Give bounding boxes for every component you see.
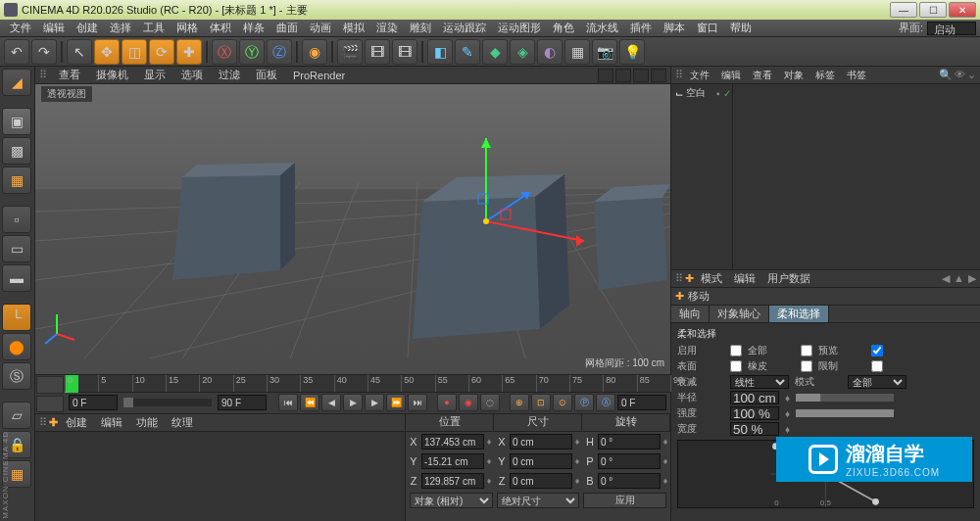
obj-edit-tab[interactable]: 编辑 xyxy=(716,69,746,82)
coord-apply-button[interactable]: 应用 xyxy=(583,493,666,508)
camera-button[interactable]: 📷 xyxy=(592,39,617,65)
obj-handle-icon[interactable]: ⠿ xyxy=(675,69,683,81)
attr-back-button[interactable]: ◀ xyxy=(942,272,950,285)
attr-userdata-tab[interactable]: 用户数据 xyxy=(762,271,815,286)
key-selection-button[interactable]: ◌ xyxy=(480,394,500,411)
move-tool[interactable]: ✥ xyxy=(94,39,120,65)
range-start-field[interactable] xyxy=(69,395,118,410)
menu-anim[interactable]: 动画 xyxy=(304,21,337,35)
axis-x-button[interactable]: Ⓧ xyxy=(212,39,237,65)
vp-panel-menu[interactable]: 面板 xyxy=(252,68,281,82)
pos-field[interactable] xyxy=(421,453,484,469)
menu-sim[interactable]: 模拟 xyxy=(337,21,370,35)
attr-mode-tab[interactable]: 模式 xyxy=(696,271,727,286)
object-name[interactable]: 空白 xyxy=(686,86,706,100)
menu-surface[interactable]: 曲面 xyxy=(270,21,304,35)
obj-eye-icon[interactable]: 👁 xyxy=(955,69,965,81)
attr-up-button[interactable]: ▲ xyxy=(954,272,964,285)
obj-objects-tab[interactable]: 对象 xyxy=(779,69,808,82)
make-editable-button[interactable]: ◢ xyxy=(2,69,31,96)
maximize-button[interactable]: ☐ xyxy=(919,2,947,18)
texture-mode-button[interactable]: ▩ xyxy=(2,137,31,165)
vp-nav-zoom[interactable] xyxy=(615,69,631,82)
environment-button[interactable]: ▦ xyxy=(564,39,590,65)
add-material-button[interactable]: ✚ xyxy=(49,416,58,429)
key-pla-button[interactable]: Ⓐ xyxy=(596,394,615,411)
coord-mode-select[interactable]: 对象 (相对) xyxy=(410,493,493,508)
pos-field[interactable] xyxy=(421,473,484,489)
width-field[interactable] xyxy=(730,422,779,436)
snap-button[interactable]: Ⓢ xyxy=(2,362,31,390)
timeline-top-button[interactable] xyxy=(36,376,64,394)
menu-volume[interactable]: 体积 xyxy=(204,21,237,35)
mat-create-tab[interactable]: 创建 xyxy=(60,415,93,430)
eraser-checkbox[interactable] xyxy=(801,360,812,372)
key-rot-button[interactable]: ⊙ xyxy=(553,394,572,411)
menu-help[interactable]: 帮助 xyxy=(724,21,758,35)
vp-options-menu[interactable]: 选项 xyxy=(177,68,207,82)
rot-field[interactable] xyxy=(598,473,661,489)
model-mode-button[interactable]: ▣ xyxy=(2,108,31,135)
select-tool[interactable]: ↖ xyxy=(67,39,92,65)
render-settings-button[interactable]: 🎞 xyxy=(392,39,417,65)
vp-handle-icon[interactable]: ⠿ xyxy=(39,69,47,81)
perspective-viewport[interactable]: 透视视图 xyxy=(35,84,670,374)
menu-char[interactable]: 角色 xyxy=(547,21,580,35)
primitive-button[interactable]: ◧ xyxy=(427,39,453,65)
attr-fwd-button[interactable]: ▶ xyxy=(968,272,976,285)
rot-field[interactable] xyxy=(598,434,661,450)
key-param-button[interactable]: Ⓟ xyxy=(574,394,594,411)
vp-nav-toggle[interactable] xyxy=(651,69,666,82)
menu-create[interactable]: 创建 xyxy=(71,21,104,35)
vp-camera-menu[interactable]: 摄像机 xyxy=(92,68,132,82)
mode-select[interactable]: 全部 xyxy=(848,375,906,389)
vp-filter-menu[interactable]: 过滤 xyxy=(215,68,244,82)
render-view-button[interactable]: 🎬 xyxy=(337,39,363,65)
key-pos-button[interactable]: ⊕ xyxy=(510,394,529,411)
poly-mode-button[interactable]: ▬ xyxy=(2,264,31,292)
vp-nav-pan[interactable] xyxy=(598,69,613,82)
record-button[interactable]: ● xyxy=(437,394,457,411)
key-scale-button[interactable]: ⊡ xyxy=(531,394,551,411)
menu-render[interactable]: 渲染 xyxy=(370,21,404,35)
menu-file[interactable]: 文件 xyxy=(4,21,37,35)
coord-size-mode-select[interactable]: 绝对尺寸 xyxy=(497,493,580,508)
mat-function-tab[interactable]: 功能 xyxy=(130,415,164,430)
menu-mesh[interactable]: 网格 xyxy=(171,21,204,35)
mat-edit-tab[interactable]: 编辑 xyxy=(95,415,128,430)
menu-spline[interactable]: 样条 xyxy=(237,21,270,35)
size-field[interactable] xyxy=(510,434,572,450)
goto-end-button[interactable]: ⏭ xyxy=(408,394,427,411)
timeline-ruler[interactable]: 051015202530354045505560657075808590 xyxy=(65,375,670,393)
menu-track[interactable]: 运动跟踪 xyxy=(437,21,492,35)
rot-field[interactable] xyxy=(598,453,661,469)
deformer-button[interactable]: ◐ xyxy=(537,39,563,65)
entire-checkbox[interactable] xyxy=(801,345,812,356)
enable-checkbox[interactable] xyxy=(730,345,742,356)
limit-checkbox[interactable] xyxy=(871,360,883,372)
generator2-button[interactable]: ◈ xyxy=(510,39,535,65)
light-button[interactable]: 💡 xyxy=(619,39,645,65)
menu-sculpt[interactable]: 雕刻 xyxy=(404,21,437,35)
axis-y-button[interactable]: Ⓨ xyxy=(239,39,265,65)
vp-display-menu[interactable]: 显示 xyxy=(140,68,170,82)
menu-mograph[interactable]: 运动图形 xyxy=(492,21,547,35)
object-layer-icon[interactable]: ✓ xyxy=(723,88,731,99)
edge-mode-button[interactable]: ▭ xyxy=(2,235,31,262)
layout-select[interactable]: 启动 xyxy=(927,22,976,35)
coord-system-button[interactable]: ◉ xyxy=(302,39,327,65)
attr-tab-softsel[interactable]: 柔和选择 xyxy=(769,306,829,322)
range-end-field[interactable] xyxy=(218,395,267,410)
attr-edit-tab[interactable]: 编辑 xyxy=(729,271,760,286)
rotate-tool[interactable]: ⟳ xyxy=(149,39,174,65)
obj-tags-tab[interactable]: 标签 xyxy=(810,69,840,82)
attr-tab-axis[interactable]: 轴向 xyxy=(671,306,710,322)
next-frame-button[interactable]: ▶ xyxy=(365,394,384,411)
attr-handle-icon[interactable]: ⠿ xyxy=(675,272,683,285)
material-manager[interactable] xyxy=(35,432,405,521)
size-field[interactable] xyxy=(510,453,572,469)
close-button[interactable]: ✕ xyxy=(949,2,976,18)
object-vis-icon[interactable]: ▪ xyxy=(716,88,720,99)
prev-frame-button[interactable]: ◀ xyxy=(321,394,341,411)
menu-pipeline[interactable]: 流水线 xyxy=(580,21,624,35)
